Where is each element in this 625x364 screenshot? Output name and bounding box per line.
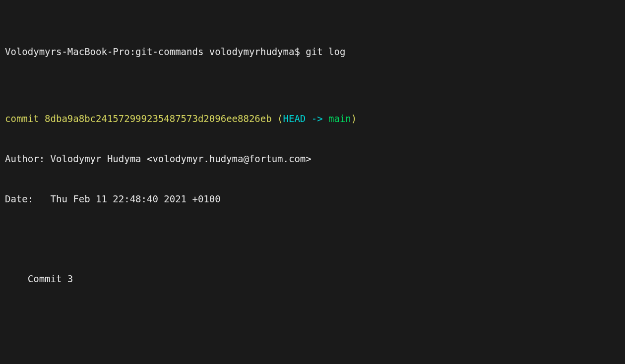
ref-branch: main (328, 113, 351, 124)
commit-author: Author: Volodymyr Hudyma <volodymyr.hudy… (5, 152, 620, 166)
blank-line (5, 232, 620, 245)
prompt-host-1: Volodymyrs-MacBook-Pro:git-commands volo… (5, 46, 306, 57)
ref-open: ( (272, 113, 283, 124)
prompt-command-1: git log (306, 46, 345, 57)
terminal[interactable]: Volodymyrs-MacBook-Pro:git-commands volo… (5, 5, 620, 364)
commit-hash: 8dba9a8bc241572999235487573d2096ee8826eb (45, 113, 272, 124)
commit-line: commit 8dba9a8bc241572999235487573d2096e… (5, 112, 620, 125)
ref-close: ) (351, 113, 357, 124)
prompt-line-1[interactable]: Volodymyrs-MacBook-Pro:git-commands volo… (5, 45, 620, 59)
commit-label: commit (5, 113, 45, 124)
blank-line (5, 312, 620, 326)
commit-message: Commit 3 (5, 272, 620, 286)
ref-head: HEAD -> (283, 113, 329, 124)
commit-date: Date: Thu Feb 11 22:48:40 2021 +0100 (5, 192, 620, 206)
